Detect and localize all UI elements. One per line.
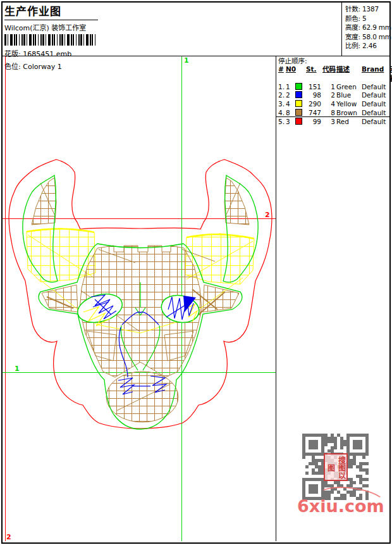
row-number: 4. <box>278 109 286 118</box>
row-number: 1. <box>278 83 286 92</box>
company-name: Wilcom(汇京) 装饰工作室 <box>4 22 338 32</box>
qr-seal-stamp: 搜图以图 <box>324 453 348 481</box>
needle-number: 1 <box>286 83 295 92</box>
swatch-cell <box>295 100 306 109</box>
design-canvas: 1 1 2 2 <box>3 56 276 541</box>
stat-line: 颜色: 5 <box>345 14 390 23</box>
swatch-cell <box>295 118 306 127</box>
thread-code: 1 <box>322 83 336 92</box>
page-title: 生产作业图 <box>4 3 98 20</box>
thread-description: Blue <box>336 91 362 100</box>
thread-color-swatch <box>295 100 302 107</box>
stitch-count: 99 <box>306 118 322 127</box>
thread-brand: Default <box>362 118 389 127</box>
stat-line: 比例: 2.46 <box>345 41 390 51</box>
right-ear-fill <box>203 285 239 312</box>
stop-sequence-panel: 停止顺序: #N0St.代码描述Brand元素 1.11511GreenDefa… <box>276 56 389 117</box>
stop-sequence-rows: 1.11511GreenDefault2.2982BlueDefault3.42… <box>278 83 389 127</box>
thread-description: Green <box>336 83 362 92</box>
stop-sequence-header: #N0St.代码描述Brand元素 <box>278 65 389 83</box>
stitch-count: 98 <box>306 91 322 100</box>
thread-brand: Default <box>362 91 389 100</box>
muzzle-fill <box>106 372 178 422</box>
thread-brand: Default <box>362 109 389 118</box>
column-header: # <box>278 65 286 83</box>
swatch-cell <box>295 109 306 118</box>
start-marker-label-top: 1 <box>184 56 189 65</box>
thread-code: 2 <box>322 91 336 100</box>
column-header <box>295 65 306 83</box>
start-marker-label-left: 1 <box>15 365 20 373</box>
bull-design-svg: 1 1 2 2 <box>3 56 276 541</box>
row-number: 2. <box>278 91 286 100</box>
needle-number: 3 <box>286 118 295 127</box>
thread-description: Brown <box>336 109 362 118</box>
stat-line: 宽度: 58.0 mm <box>345 32 390 42</box>
thread-color-swatch <box>295 109 302 116</box>
end-marker-label-right: 2 <box>265 211 270 219</box>
barcode-icon <box>4 34 97 46</box>
swatch-cell <box>295 83 306 92</box>
needle-number: 8 <box>286 109 295 118</box>
watermark-text: 6xiu.com <box>297 496 384 516</box>
thread-description: Yellow <box>336 100 362 109</box>
thread-code: 3 <box>322 118 336 127</box>
stitch-count: 747 <box>306 109 322 118</box>
column-header: N0 <box>286 65 295 83</box>
thread-color-swatch <box>295 83 302 90</box>
left-horn-fill <box>32 178 56 225</box>
needle-number: 4 <box>286 100 295 109</box>
thread-code: 8 <box>322 109 336 118</box>
thread-description: Red <box>336 118 362 127</box>
column-header: St. <box>306 65 322 83</box>
thread-color-swatch <box>295 91 302 98</box>
stat-line: 高度: 62.9 mm <box>345 23 390 32</box>
thread-brand: Default <box>362 100 389 109</box>
canvas-right-divider <box>276 56 276 541</box>
needle-number: 2 <box>286 91 295 100</box>
stats-list: 针数: 1387颜色: 5高度: 62.9 mm宽度: 58.0 mm比例: 2… <box>341 3 390 56</box>
stop-sequence-title: 停止顺序: <box>278 57 389 65</box>
right-horn-fill <box>224 178 249 225</box>
row-number: 5. <box>278 118 286 127</box>
stat-line: 针数: 1387 <box>345 4 390 14</box>
thread-color-swatch <box>295 118 302 125</box>
column-header: 元素 <box>389 65 392 83</box>
column-header: Brand <box>362 65 389 83</box>
stitch-count: 290 <box>306 100 322 109</box>
swatch-cell <box>295 91 306 100</box>
thread-brand: Default <box>362 83 389 92</box>
column-header: 描述 <box>336 65 362 83</box>
end-marker-label-bottom: 2 <box>6 533 11 541</box>
production-worksheet: 生产作业图 Wilcom(汇京) 装饰工作室 花版: 1685451.emb 色… <box>0 0 392 545</box>
stitch-count: 151 <box>306 83 322 92</box>
column-header: 代码 <box>322 65 336 83</box>
thread-code: 4 <box>322 100 336 109</box>
row-number: 3. <box>278 100 286 109</box>
